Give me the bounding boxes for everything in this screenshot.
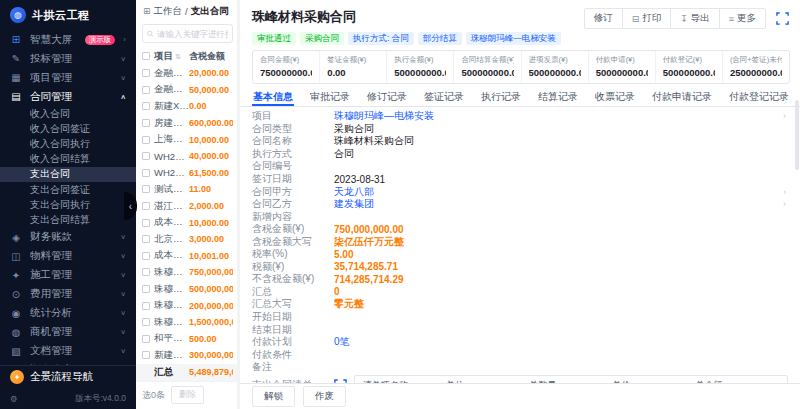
row-checkbox[interactable] — [142, 152, 150, 160]
tab-0[interactable]: 基本信息 — [252, 88, 294, 106]
table-row[interactable]: 珠穆朗玛峰—电梯安装1,500,000,000.00 — [136, 314, 237, 331]
sidebar-subitem-3-0[interactable]: 收入合同 — [0, 106, 136, 121]
table-row[interactable]: 房建一期项目600,000.00 — [136, 115, 237, 132]
tab-2[interactable]: 修订记录 — [366, 88, 408, 106]
status-tag: 采购合同 — [300, 32, 344, 45]
row-amount: 61,500.00 — [189, 168, 233, 178]
chevron-right-icon[interactable]: › — [783, 199, 788, 209]
sidebar-item-statistics[interactable]: ◉统计分析∨ — [0, 304, 136, 323]
sidebar-item-bidding[interactable]: ✎投标管理∨ — [0, 49, 136, 68]
sidebar-item-project[interactable]: ▦项目管理∨ — [0, 68, 136, 87]
sidebar-item-business[interactable]: ◍商机管理∨ — [0, 323, 136, 342]
chevron-right-icon[interactable]: › — [783, 111, 788, 121]
form-row: 付款计划0笔 — [252, 336, 788, 349]
table-row[interactable]: 珠穆朗玛峰—电梯安装750,000,000.00 — [136, 264, 237, 281]
sidebar-item-dashboard[interactable]: ⊞智慧大屏演示版› — [0, 30, 136, 49]
table-row[interactable]: 金融大厦采购项目50,000.00 — [136, 82, 237, 99]
table-row[interactable]: 成本管控项目10,001.00 — [136, 248, 237, 265]
sidebar-item-document[interactable]: ▧文档管理∨ — [0, 342, 136, 361]
sidebar-item-finance[interactable]: ◈财务账款∨ — [0, 228, 136, 247]
column-project[interactable]: 项目⇅ — [154, 50, 189, 63]
project-icon: ▦ — [10, 72, 22, 83]
table-row[interactable]: 珠穆朗玛峰—电梯安装500,000,000.00 — [136, 281, 237, 298]
table-row[interactable]: 和平饭店500.00 — [136, 331, 237, 348]
field-value[interactable]: 0笔 — [334, 335, 788, 349]
table-row[interactable]: 测试项目s11.00 — [136, 181, 237, 198]
row-checkbox[interactable] — [142, 235, 150, 243]
void-button[interactable]: 作废 — [303, 386, 346, 407]
delete-button[interactable]: 删除 — [171, 386, 204, 404]
row-checkbox[interactable] — [142, 202, 150, 210]
table-row[interactable]: 新建XX总部大厦工程0.00 — [136, 98, 237, 115]
form-row: 汇总大写零元整 — [252, 298, 788, 311]
row-amount: 0.00 — [189, 101, 233, 111]
sidebar-subitem-3-4[interactable]: 支出合同 — [0, 167, 136, 182]
bid-icon: ✎ — [10, 53, 22, 64]
sidebar-subitem-3-7[interactable]: 支出合同结算 — [0, 212, 136, 227]
row-checkbox[interactable] — [142, 86, 150, 94]
row-checkbox[interactable] — [142, 136, 150, 144]
table-row[interactable]: 上海丁香园2期改造项目10,000.00 — [136, 131, 237, 148]
row-checkbox[interactable] — [142, 69, 150, 77]
print-button[interactable]: ⊟打印 — [622, 8, 672, 29]
stat-value: 750000000.00 — [260, 67, 312, 78]
gear-icon[interactable]: ⚙ — [10, 394, 18, 404]
table-row[interactable]: 北京长安剧院3,000.00 — [136, 231, 237, 248]
row-checkbox[interactable] — [142, 185, 150, 193]
scrollbar[interactable] — [795, 100, 799, 170]
table-row[interactable]: WH2023083140,000.00 — [136, 148, 237, 165]
breadcrumb-root[interactable]: 工作台 — [154, 5, 183, 18]
tab-4[interactable]: 执行记录 — [480, 88, 522, 106]
unlock-button[interactable]: 解锁 — [252, 386, 295, 407]
field-value[interactable]: 建发集团 — [334, 197, 783, 211]
row-checkbox[interactable] — [142, 119, 150, 127]
sidebar-subitem-3-2[interactable]: 收入合同执行 — [0, 136, 136, 151]
row-checkbox[interactable] — [142, 219, 150, 227]
tab-8[interactable]: 付款登记记录 — [728, 88, 790, 106]
search-input[interactable] — [157, 29, 228, 39]
row-checkbox[interactable] — [142, 169, 150, 177]
sidebar-item-material[interactable]: ◫物料管理∨ — [0, 247, 136, 266]
chevron-left-icon: ‹ — [129, 201, 132, 212]
table-row[interactable]: 金融大厦采购项目20,000.00 — [136, 65, 237, 82]
tab-1[interactable]: 审批记录 — [309, 88, 351, 106]
sort-icon[interactable]: ⇅ — [175, 53, 181, 60]
sidebar-subitem-3-1[interactable]: 收入合同签证 — [0, 121, 136, 136]
row-checkbox[interactable] — [142, 351, 150, 359]
chevron-right-icon[interactable]: › — [783, 187, 788, 197]
sidebar-item-process-navigation[interactable]: ✦ 全景流程导航 — [0, 366, 136, 388]
sidebar-item-expense[interactable]: ⊙费用管理∨ — [0, 285, 136, 304]
row-checkbox[interactable] — [142, 302, 150, 310]
table-row[interactable]: 新建工程-刘-测试300,000,000.00 — [136, 347, 237, 364]
stat-value: 250000000.00 — [730, 67, 782, 78]
table-row[interactable]: 成本管控项目10,000.00 — [136, 214, 237, 231]
sidebar-subitem-3-5[interactable]: 支出合同签证 — [0, 182, 136, 197]
table-row[interactable]: 湛江花城10#项目-测试2,000.00 — [136, 198, 237, 215]
row-checkbox[interactable] — [142, 252, 150, 260]
table-row[interactable]: 珠穆朗玛峰—电梯安装200,000,000.00 — [136, 297, 237, 314]
export-button[interactable]: ↧导出 — [670, 8, 720, 29]
tab-5[interactable]: 结算记录 — [537, 88, 579, 106]
table-row[interactable]: WH2023083161,500.00 — [136, 165, 237, 182]
row-checkbox[interactable] — [142, 318, 150, 326]
sidebar-item-contract[interactable]: ▤合同管理∧ — [0, 87, 136, 106]
more-button[interactable]: ≡更多 — [719, 8, 766, 29]
column-amount[interactable]: 含税金额 — [189, 50, 233, 63]
row-amount: 10,000.00 — [189, 135, 233, 145]
row-checkbox[interactable] — [142, 268, 150, 276]
fullscreen-button[interactable] — [774, 11, 790, 27]
row-checkbox[interactable] — [142, 102, 150, 110]
sidebar-item-construction[interactable]: ✦施工管理∨ — [0, 266, 136, 285]
revise-button[interactable]: 修订 — [584, 8, 623, 29]
export-icon: ↧ — [680, 14, 688, 24]
sidebar-subitem-3-3[interactable]: 收入合同结算 — [0, 152, 136, 167]
select-all-checkbox[interactable] — [142, 52, 150, 60]
tab-3[interactable]: 签证记录 — [423, 88, 465, 106]
sidebar-subitem-3-6[interactable]: 支出合同执行 — [0, 197, 136, 212]
field-value: 0 — [334, 286, 788, 297]
tab-6[interactable]: 收票记录 — [594, 88, 636, 106]
row-checkbox[interactable] — [142, 285, 150, 293]
tab-7[interactable]: 付款申请记录 — [651, 88, 713, 106]
row-checkbox[interactable] — [142, 335, 150, 343]
more-icon: ≡ — [729, 14, 734, 24]
